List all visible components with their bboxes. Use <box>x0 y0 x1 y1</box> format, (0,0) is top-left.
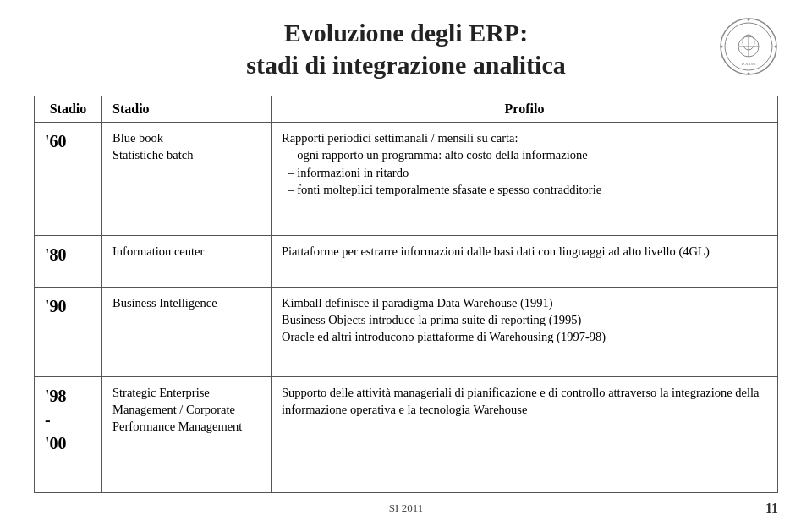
profile-98: Supporto delle attività manageriali di p… <box>272 376 778 492</box>
page-number: 11 <box>765 501 778 516</box>
header-profilo: Profilo <box>272 96 778 123</box>
table-row: '80 Information center Piattaforme per e… <box>35 235 778 287</box>
stage-90: Business Intelligence <box>102 287 272 376</box>
year-98: '98-'00 <box>35 376 102 492</box>
table-row: '90 Business Intelligence Kimball defini… <box>35 287 778 376</box>
stage-80: Information center <box>102 235 272 287</box>
table-row: '98-'00 Strategic Enterprise Management … <box>35 376 778 492</box>
logo-svg: POLIMI <box>719 17 778 76</box>
logo-icon: POLIMI <box>719 17 778 76</box>
svg-text:POLIMI: POLIMI <box>741 62 756 66</box>
footer: SI 2011 11 <box>34 502 778 515</box>
year-90: '90 <box>35 287 102 376</box>
svg-point-8 <box>748 73 750 75</box>
svg-point-10 <box>775 46 777 48</box>
stage-98: Strategic Enterprise Management / Corpor… <box>102 376 272 492</box>
svg-point-9 <box>721 46 723 48</box>
svg-point-7 <box>748 19 750 21</box>
profile-60: Rapporti periodici settimanali / mensili… <box>272 123 778 236</box>
header-stadio-label: Stadio <box>102 96 272 123</box>
table-row: '60 Blue bookStatistiche batch Rapporti … <box>35 123 778 236</box>
year-60: '60 <box>35 123 102 236</box>
footer-label: SI 2011 <box>389 502 423 515</box>
stage-60: Blue bookStatistiche batch <box>102 123 272 236</box>
main-table: Stadio Stadio Profilo '60 Blue bookStati… <box>34 96 778 493</box>
page: Evoluzione degli ERP: stadi di integrazi… <box>0 0 812 532</box>
profile-90: Kimball definisce il paradigma Data Ware… <box>272 287 778 376</box>
page-title: Evoluzione degli ERP: stadi di integrazi… <box>34 17 778 80</box>
header-stadio: Stadio <box>35 96 102 123</box>
year-80: '80 <box>35 235 102 287</box>
title-section: Evoluzione degli ERP: stadi di integrazi… <box>34 17 778 80</box>
profile-80: Piattaforme per estrarre informazioni da… <box>272 235 778 287</box>
